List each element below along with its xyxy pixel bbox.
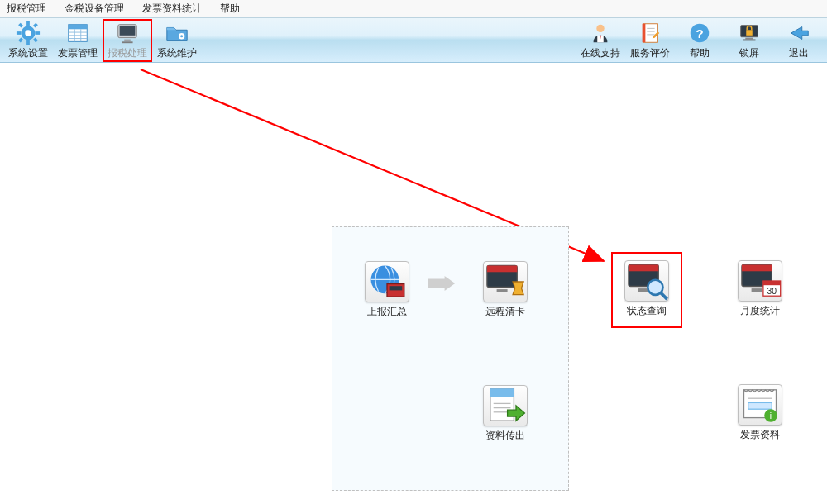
lock-screen-icon (737, 21, 762, 45)
svg-line-52 (661, 292, 667, 299)
help-button[interactable]: ? 帮助 (675, 19, 724, 62)
workspace: 上报汇总 远程清卡 资料传出 状态查询 30 月度统计 (0, 63, 827, 504)
svg-rect-7 (33, 37, 38, 42)
spreadsheet-icon (65, 21, 90, 45)
tile-label: 状态查询 (627, 304, 667, 318)
svg-rect-39 (390, 286, 403, 290)
globe-icon (365, 261, 409, 302)
monitor-calendar-icon: 30 (738, 260, 782, 302)
svg-rect-42 (497, 289, 508, 292)
tool-label: 帮助 (690, 46, 710, 60)
tile-label: 上报汇总 (367, 305, 407, 319)
tool-label: 锁屏 (739, 46, 759, 60)
svg-rect-57 (763, 281, 781, 285)
monitor-icon (115, 21, 140, 45)
svg-rect-49 (629, 265, 658, 272)
tax-process-button[interactable]: 报税处理 (103, 19, 152, 62)
invoice-icon: i (738, 384, 782, 426)
svg-rect-34 (743, 39, 756, 40)
online-support-button[interactable]: 在线支持 (576, 19, 625, 62)
svg-rect-54 (742, 265, 772, 272)
tile-remote-clear[interactable]: 远程清卡 (481, 261, 529, 319)
help-icon: ? (687, 21, 712, 45)
menu-device-mgmt[interactable]: 金税设备管理 (65, 2, 124, 16)
svg-rect-5 (35, 31, 40, 35)
folder-gear-icon (165, 21, 189, 45)
toolbar: 系统设置 发票管理 报税处理 系统维护 在线支持 服务评价 ? (0, 18, 827, 63)
invoice-mgmt-button[interactable]: 发票管理 (53, 19, 103, 62)
svg-rect-61 (748, 402, 772, 409)
gear-icon (16, 21, 41, 45)
svg-rect-2 (26, 21, 30, 26)
svg-rect-38 (387, 284, 404, 297)
tile-label: 发票资料 (740, 428, 780, 442)
menu-tax-mgmt[interactable]: 报税管理 (7, 2, 46, 16)
menu-invoice-stats[interactable]: 发票资料统计 (142, 2, 202, 16)
lock-screen-button[interactable]: 锁屏 (724, 19, 774, 62)
tile-label: 月度统计 (740, 304, 780, 318)
tile-invoice-data[interactable]: i 发票资料 (736, 384, 784, 442)
system-settings-button[interactable]: 系统设置 (3, 19, 53, 62)
svg-rect-4 (17, 31, 22, 35)
person-icon (588, 21, 613, 45)
svg-text:30: 30 (767, 287, 777, 296)
svg-rect-19 (124, 39, 131, 41)
tile-label: 远程清卡 (485, 305, 525, 319)
monitor-search-icon (624, 260, 669, 302)
document-export-icon (483, 385, 528, 426)
tile-status-query[interactable]: 状态查询 (611, 252, 682, 328)
tool-label: 在线支持 (581, 46, 620, 60)
svg-rect-26 (643, 23, 646, 42)
tile-export-data[interactable]: 资料传出 (481, 385, 529, 443)
exit-button[interactable]: 退出 (774, 19, 824, 62)
flow-arrow-icon (425, 275, 458, 292)
svg-rect-18 (120, 26, 136, 35)
svg-rect-6 (18, 22, 23, 27)
process-panel: 上报汇总 远程清卡 资料传出 (332, 226, 569, 491)
svg-point-1 (25, 30, 31, 36)
svg-rect-41 (487, 266, 517, 273)
svg-rect-9 (18, 37, 23, 42)
menu-help[interactable]: 帮助 (220, 2, 240, 16)
svg-rect-11 (69, 24, 88, 29)
notebook-icon (638, 21, 662, 45)
menubar: 报税管理 金税设备管理 发票资料统计 帮助 (0, 0, 827, 18)
tool-label: 退出 (789, 46, 809, 60)
tile-monthly-stats[interactable]: 30 月度统计 (736, 260, 784, 318)
svg-rect-35 (746, 30, 753, 36)
svg-point-23 (596, 24, 604, 31)
svg-rect-44 (490, 388, 514, 397)
svg-rect-55 (752, 288, 762, 292)
system-maint-button[interactable]: 系统维护 (152, 19, 202, 62)
tile-label: 资料传出 (485, 429, 525, 443)
tile-report-summary[interactable]: 上报汇总 (363, 261, 411, 319)
svg-point-22 (180, 35, 183, 37)
tool-label: 系统维护 (157, 46, 197, 60)
svg-text:i: i (770, 411, 772, 421)
tool-label: 发票管理 (58, 46, 98, 60)
service-review-button[interactable]: 服务评价 (625, 19, 675, 62)
tool-label: 服务评价 (630, 46, 670, 60)
svg-text:?: ? (696, 26, 703, 40)
tool-label: 报税处理 (108, 46, 147, 60)
svg-rect-3 (26, 40, 30, 45)
svg-rect-20 (122, 41, 132, 43)
back-arrow-icon (786, 21, 811, 45)
svg-rect-25 (644, 23, 658, 42)
monitor-hourglass-icon (483, 261, 528, 302)
svg-point-51 (648, 280, 662, 295)
svg-rect-8 (33, 22, 38, 27)
tool-label: 系统设置 (8, 46, 48, 60)
svg-rect-33 (745, 37, 753, 39)
